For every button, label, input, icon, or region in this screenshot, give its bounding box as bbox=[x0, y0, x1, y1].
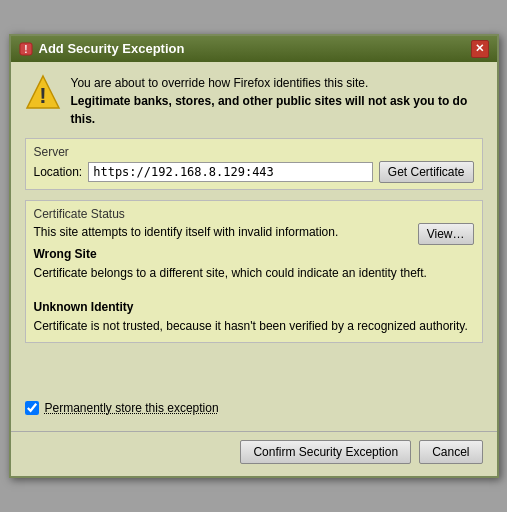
dialog-icon: ! bbox=[19, 42, 33, 56]
warning-line1: You are about to override how Firefox id… bbox=[71, 76, 369, 90]
title-bar: ! Add Security Exception ✕ bbox=[11, 36, 497, 62]
unknown-identity-heading: Unknown Identity bbox=[34, 298, 474, 317]
warning-text: You are about to override how Firefox id… bbox=[71, 74, 483, 128]
confirm-security-exception-button[interactable]: Confirm Security Exception bbox=[240, 440, 411, 464]
cert-status-section: Certificate Status This site attempts to… bbox=[25, 200, 483, 344]
cert-status-label: Certificate Status bbox=[34, 207, 474, 221]
server-section-label: Server bbox=[34, 145, 474, 159]
view-button[interactable]: View… bbox=[418, 223, 474, 245]
server-section: Server Location: Get Certificate bbox=[25, 138, 483, 190]
get-certificate-button[interactable]: Get Certificate bbox=[379, 161, 474, 183]
permanently-store-checkbox[interactable] bbox=[25, 401, 39, 415]
footer-buttons: Confirm Security Exception Cancel bbox=[11, 431, 497, 476]
wrong-site-detail: Wrong Site Certificate belongs to a diff… bbox=[34, 245, 474, 283]
cert-status-row: This site attempts to identify itself wi… bbox=[34, 223, 474, 245]
svg-text:!: ! bbox=[39, 83, 46, 108]
add-security-exception-dialog: ! Add Security Exception ✕ ! You are abo… bbox=[9, 34, 499, 479]
warning-icon: ! bbox=[25, 74, 61, 110]
cancel-button[interactable]: Cancel bbox=[419, 440, 482, 464]
location-row: Location: Get Certificate bbox=[34, 161, 474, 183]
warning-section: ! You are about to override how Firefox … bbox=[25, 74, 483, 128]
location-label: Location: bbox=[34, 165, 83, 179]
checkbox-row: Permanently store this exception bbox=[25, 393, 483, 419]
cert-status-text: This site attempts to identify itself wi… bbox=[34, 223, 410, 241]
unknown-identity-detail: Unknown Identity Certificate is not trus… bbox=[34, 298, 474, 336]
spacer bbox=[25, 353, 483, 383]
unknown-identity-text: Certificate is not trusted, because it h… bbox=[34, 319, 468, 333]
dialog-title: Add Security Exception bbox=[39, 41, 185, 56]
title-bar-left: ! Add Security Exception bbox=[19, 41, 185, 56]
permanently-store-label[interactable]: Permanently store this exception bbox=[45, 401, 219, 415]
wrong-site-heading: Wrong Site bbox=[34, 245, 474, 264]
dialog-body: ! You are about to override how Firefox … bbox=[11, 62, 497, 432]
close-button[interactable]: ✕ bbox=[471, 40, 489, 58]
warning-line2: Legitimate banks, stores, and other publ… bbox=[71, 94, 468, 126]
location-input[interactable] bbox=[88, 162, 373, 182]
svg-text:!: ! bbox=[24, 44, 27, 55]
wrong-site-text: Certificate belongs to a different site,… bbox=[34, 266, 427, 280]
